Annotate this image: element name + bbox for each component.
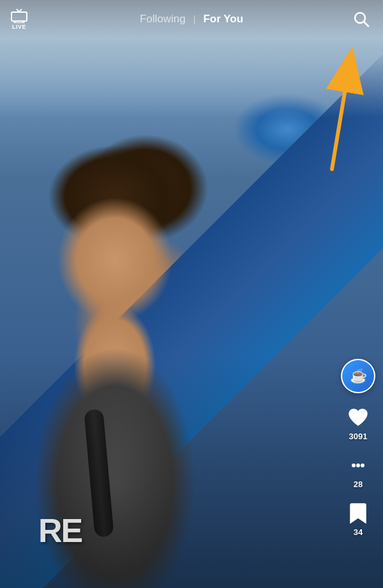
tab-following[interactable]: Following [135, 10, 191, 28]
like-button[interactable]: 3091 [347, 406, 370, 441]
heart-icon [347, 406, 370, 429]
creator-avatar[interactable]: ☕ [341, 359, 375, 393]
svg-point-10 [352, 464, 356, 467]
tab-foryou[interactable]: For You [198, 10, 248, 28]
comments-count: 28 [354, 479, 363, 489]
live-badge[interactable]: LIVE [10, 9, 28, 30]
backpack-strap [84, 409, 114, 538]
live-label: LIVE [12, 24, 26, 30]
right-action-buttons: ☕ 3091 28 [341, 359, 375, 537]
tab-separator: | [193, 14, 196, 24]
video-background [0, 0, 383, 588]
person-silhouette [0, 59, 287, 588]
likes-count: 3091 [349, 432, 368, 441]
nav-tabs: Following | For You [135, 10, 248, 28]
app-container: RE LIVE Following | For You [0, 0, 383, 588]
tv-icon [10, 9, 28, 23]
svg-point-12 [361, 464, 364, 467]
svg-point-11 [356, 464, 360, 467]
comment-button[interactable]: 28 [347, 454, 370, 489]
avatar-image: ☕ [342, 360, 374, 392]
bookmarks-count: 34 [354, 527, 363, 537]
avatar-emoji: ☕ [350, 368, 367, 384]
search-icon [353, 11, 370, 27]
bookmark-icon [347, 502, 370, 525]
bookmark-button[interactable]: 34 [347, 502, 370, 537]
top-navigation: LIVE Following | For You [0, 0, 383, 38]
shirt-text: RE [38, 511, 82, 550]
comment-icon [347, 454, 370, 477]
search-button[interactable] [350, 8, 373, 31]
svg-line-7 [364, 22, 368, 26]
svg-rect-0 [11, 12, 27, 21]
